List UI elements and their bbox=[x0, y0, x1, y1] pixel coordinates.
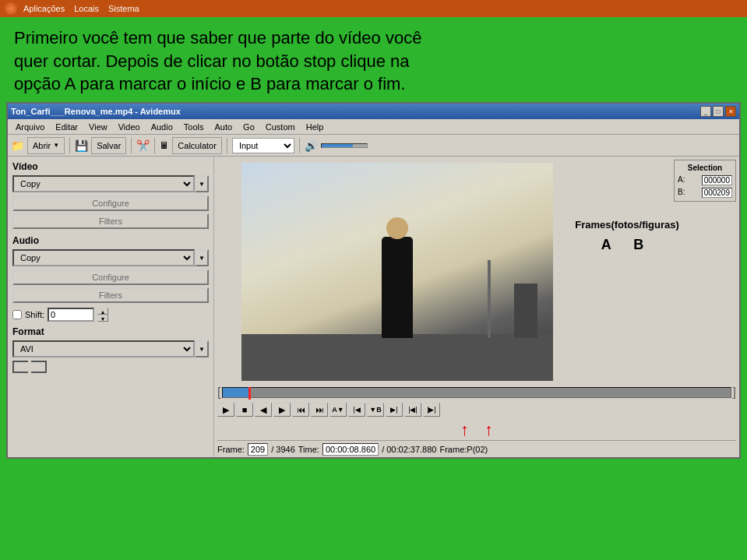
audio-configure-button[interactable]: Configure bbox=[12, 269, 209, 285]
menu-video[interactable]: Video bbox=[114, 121, 145, 133]
audio-section-label: Audio bbox=[12, 235, 209, 246]
arrow-row: ↑ ↑ bbox=[217, 420, 736, 440]
ubuntu-menu-places[interactable]: Locais bbox=[74, 4, 99, 13]
fast-rewind-button[interactable]: ⏮ bbox=[292, 403, 309, 417]
minimize-button[interactable]: _ bbox=[700, 106, 711, 117]
frame-value: 209 bbox=[248, 443, 268, 456]
selection-b-label: B: bbox=[678, 188, 685, 198]
open-label: Abrir bbox=[33, 141, 51, 150]
shift-input[interactable] bbox=[48, 308, 94, 322]
folder-icon: 📁 bbox=[11, 139, 24, 152]
selection-b-row: B: 000209 bbox=[678, 188, 732, 198]
format-dropdown-row: AVI ▼ bbox=[12, 340, 209, 357]
toolbar-separator-2 bbox=[131, 138, 132, 153]
selection-a-label: A: bbox=[678, 175, 685, 185]
prev-key-button[interactable]: |◀| bbox=[404, 403, 421, 417]
menu-view[interactable]: View bbox=[84, 121, 112, 133]
bracket-left bbox=[12, 361, 28, 373]
toolbar-separator-5 bbox=[299, 138, 300, 153]
video-speaker bbox=[514, 284, 537, 338]
menu-audio[interactable]: Audio bbox=[146, 121, 178, 133]
ubuntu-menu[interactable]: Aplicações Locais Sistema bbox=[23, 4, 139, 13]
format-section-label: Format bbox=[12, 326, 209, 337]
video-section-label: Vídeo bbox=[12, 161, 209, 172]
time-label: Time: bbox=[298, 445, 319, 454]
close-button[interactable]: ✕ bbox=[725, 106, 736, 117]
maximize-button[interactable]: □ bbox=[713, 106, 724, 117]
spin-up-btn[interactable]: ▲ bbox=[97, 308, 108, 315]
ubuntu-logo bbox=[5, 2, 17, 15]
menu-help[interactable]: Help bbox=[301, 121, 329, 133]
menu-auto[interactable]: Auto bbox=[210, 121, 237, 133]
format-dropdown-btn[interactable]: ▼ bbox=[195, 340, 209, 357]
play-button[interactable]: ▶ bbox=[217, 403, 234, 417]
menu-custom[interactable]: Custom bbox=[261, 121, 300, 133]
arrow-up-2: ↑ bbox=[484, 420, 493, 440]
transport-controls[interactable]: ▶ ■ ◀ ▶ ⏮ ⏭ A▼ |◀ ▼B ▶| |◀| |▶| bbox=[217, 401, 736, 418]
video-codec-dropdown-btn[interactable]: ▼ bbox=[195, 175, 209, 192]
go-a-button[interactable]: |◀ bbox=[348, 403, 365, 417]
video-person-head bbox=[386, 217, 408, 239]
video-filters-button[interactable]: Filters bbox=[12, 213, 209, 229]
video-stage bbox=[241, 334, 553, 381]
ubuntu-menu-applications[interactable]: Aplicações bbox=[23, 4, 65, 13]
selection-a-row: A: 000000 bbox=[678, 175, 732, 185]
video-codec-row: Copy ▼ bbox=[12, 175, 209, 192]
format-select[interactable]: AVI bbox=[12, 340, 195, 357]
fast-forward-button[interactable]: ⏭ bbox=[311, 403, 328, 417]
go-b-button[interactable]: ▶| bbox=[386, 403, 403, 417]
video-codec-select[interactable]: Copy bbox=[12, 175, 195, 192]
frame-type: Frame:P(02) bbox=[439, 445, 488, 454]
mark-b-button[interactable]: ▼B bbox=[367, 403, 384, 417]
menubar: Arquivo Editar View Video Audio Tools Au… bbox=[8, 119, 739, 135]
frame-label: Frame: bbox=[217, 445, 245, 454]
menu-tools[interactable]: Tools bbox=[179, 121, 209, 133]
video-bg bbox=[241, 163, 553, 381]
bracket-right bbox=[31, 361, 47, 373]
audio-codec-row: Copy ▼ bbox=[12, 249, 209, 266]
timeline-cursor bbox=[248, 387, 251, 400]
calculator-icon: 🖩 bbox=[160, 140, 169, 151]
spin-down-btn[interactable]: ▼ bbox=[97, 315, 108, 322]
next-frame-button[interactable]: ▶ bbox=[273, 403, 291, 417]
frame-total: / 3946 bbox=[271, 445, 295, 454]
shift-row: Shift: ▲ ▼ bbox=[12, 308, 209, 322]
ubuntu-menu-system[interactable]: Sistema bbox=[108, 4, 139, 13]
timeline-row: [ ] bbox=[217, 386, 736, 400]
menu-editar[interactable]: Editar bbox=[51, 121, 83, 133]
audio-codec-select[interactable]: Copy bbox=[12, 249, 195, 266]
audio-filters-button[interactable]: Filters bbox=[12, 287, 209, 303]
window-controls[interactable]: _ □ ✕ bbox=[700, 106, 736, 117]
calc-label: Calculator bbox=[178, 141, 217, 150]
menu-arquivo[interactable]: Arquivo bbox=[11, 121, 49, 133]
input-dropdown[interactable]: Input bbox=[232, 138, 294, 153]
toolbar: 📁 Abrir ▼ 💾 Salvar ✂️ 🖩 Calculator Input… bbox=[8, 135, 739, 157]
open-dropdown-arrow[interactable]: ▼ bbox=[53, 142, 59, 149]
calculator-button[interactable]: Calculator bbox=[172, 137, 222, 154]
audio-codec-dropdown-btn[interactable]: ▼ bbox=[195, 249, 209, 266]
annotation-area: Frames(fotos/figuras) A B bbox=[580, 157, 674, 253]
volume-slider[interactable] bbox=[321, 143, 368, 148]
shift-label: Shift: bbox=[25, 310, 44, 319]
toolbar-separator-1 bbox=[69, 138, 70, 153]
ab-label: A B bbox=[601, 237, 653, 253]
video-configure-button[interactable]: Configure bbox=[12, 195, 209, 211]
time-value: 00:00:08.860 bbox=[322, 443, 379, 456]
next-key-button[interactable]: |▶| bbox=[423, 403, 440, 417]
instruction-line3: opção A para marcar o início e B para ma… bbox=[14, 72, 733, 96]
video-preview bbox=[241, 163, 553, 381]
timeline-selection bbox=[223, 388, 248, 397]
timeline-bar[interactable] bbox=[222, 387, 731, 398]
shift-spinner[interactable]: ▲ ▼ bbox=[97, 308, 108, 322]
mark-a-button[interactable]: A▼ bbox=[329, 403, 347, 417]
shift-checkbox[interactable] bbox=[12, 310, 22, 319]
save-label: Salvar bbox=[97, 141, 121, 150]
save-button[interactable]: Salvar bbox=[91, 137, 126, 154]
prev-frame-button[interactable]: ◀ bbox=[255, 403, 272, 417]
menu-go[interactable]: Go bbox=[238, 121, 259, 133]
selection-title: Selection bbox=[678, 164, 732, 172]
open-button[interactable]: Abrir ▼ bbox=[27, 137, 65, 154]
selection-b-value: 000209 bbox=[702, 188, 732, 198]
stop-button[interactable]: ■ bbox=[236, 403, 253, 417]
arrow-up-1: ↑ bbox=[460, 420, 469, 440]
